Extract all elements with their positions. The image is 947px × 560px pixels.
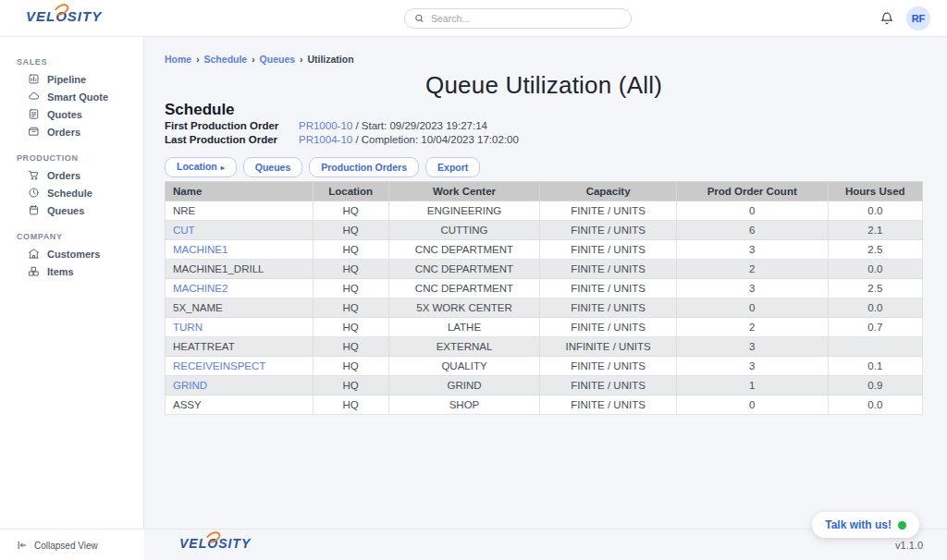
document-icon — [28, 108, 40, 120]
table-row: 5X_NAMEHQ5X WORK CENTERFINITE / UNITS00.… — [166, 298, 923, 318]
queue-link-receiveinspect[interactable]: RECEIVEINSPECT — [173, 360, 265, 371]
column-header-capacity: Capacity — [540, 182, 676, 201]
cell-location: HQ — [313, 337, 388, 357]
cell-name: CUT — [166, 221, 314, 240]
search-input[interactable] — [431, 13, 621, 24]
footer-logo-orbit-icon: O — [207, 536, 218, 551]
logo-text-vel: VEL — [26, 8, 55, 24]
sidebar-item-label: Quotes — [47, 109, 82, 120]
cell-location: HQ — [313, 376, 388, 396]
cell-capacity: FINITE / UNITS — [540, 396, 676, 415]
sidebar-item-smart-quote[interactable]: Smart Quote — [0, 88, 143, 105]
sidebar-item-orders[interactable]: Orders — [0, 166, 143, 184]
last-production-order-label: Last Production Order — [165, 133, 299, 147]
cell-location: HQ — [313, 221, 388, 240]
user-avatar[interactable]: RF — [906, 6, 930, 30]
table-header-row: NameLocationWork CenterCapacityProd Orde… — [166, 182, 923, 201]
sidebar-item-pipeline[interactable]: Pipeline — [0, 70, 143, 88]
table-row: HEATTREATHQEXTERNALINFINITE / UNITS3 — [166, 337, 923, 357]
column-header-work-center: Work Center — [388, 182, 540, 201]
sidebar-item-schedule[interactable]: Schedule — [0, 184, 143, 201]
table-row: NREHQENGINEERINGFINITE / UNITS00.0 — [166, 201, 923, 221]
cell-hours-used: 0.1 — [828, 357, 922, 376]
cell-capacity: FINITE / UNITS — [540, 357, 676, 376]
velosity-logo[interactable]: VELOSITY — [26, 8, 102, 24]
last-production-order-row: Last Production OrderPR1004-10 / Complet… — [165, 133, 923, 147]
production-orders-button[interactable]: Production Orders — [309, 157, 419, 177]
top-header: VELOSITY RF — [0, 0, 947, 37]
cell-prod-order-count: 3 — [676, 240, 828, 260]
box-icon — [28, 126, 40, 138]
breadcrumb-separator-icon: › — [300, 55, 302, 65]
page-title: Queue Utilization (All) — [165, 71, 923, 99]
sidebar-item-label: Queues — [47, 205, 84, 216]
collapse-sidebar-button[interactable]: Collapsed View — [0, 530, 144, 560]
first-production-order-link[interactable]: PR1000-10 — [299, 120, 352, 131]
table-row: GRINDHQGRINDFINITE / UNITS10.9 — [166, 376, 923, 396]
cell-hours-used: 0.7 — [828, 318, 922, 337]
sidebar-item-label: Customers — [47, 249, 100, 260]
cell-capacity: FINITE / UNITS — [540, 260, 676, 279]
cell-work-center: QUALITY — [388, 357, 540, 376]
export-button[interactable]: Export — [425, 157, 480, 177]
global-search[interactable] — [404, 8, 632, 29]
cell-work-center: CNC DEPARTMENT — [388, 279, 540, 298]
cell-hours-used: 0.0 — [828, 260, 922, 279]
table-toolbar: Location▸QueuesProduction OrdersExport — [165, 157, 923, 177]
column-header-location: Location — [313, 182, 388, 201]
cell-prod-order-count: 2 — [676, 260, 828, 279]
breadcrumb: Home›Schedule›Queues›Utilization — [165, 54, 923, 67]
sidebar-item-customers[interactable]: Customers — [0, 245, 143, 262]
logo-text-sity: SITY — [68, 8, 102, 24]
queue-link-machine2[interactable]: MACHINE2 — [173, 283, 228, 294]
sidebar-item-orders[interactable]: Orders — [0, 123, 143, 140]
cell-work-center: CUTTING — [388, 221, 540, 240]
sidebar-item-label: Orders — [47, 127, 80, 138]
cell-capacity: INFINITE / UNITS — [540, 337, 676, 357]
breadcrumb-link-home[interactable]: Home — [165, 54, 191, 65]
cell-location: HQ — [313, 279, 388, 298]
queue-link-turn[interactable]: TURN — [173, 322, 203, 333]
cell-capacity: FINITE / UNITS — [540, 318, 676, 337]
queue-link-cut[interactable]: CUT — [173, 225, 195, 236]
cell-hours-used: 0.0 — [828, 396, 922, 415]
table-row: TURNHQLATHEFINITE / UNITS20.7 — [166, 318, 923, 337]
breadcrumb-current: Utilization — [307, 54, 353, 65]
cell-location: HQ — [313, 260, 388, 279]
cell-capacity: FINITE / UNITS — [540, 221, 676, 240]
sidebar-item-label: Smart Quote — [47, 91, 108, 103]
last-production-order-link[interactable]: PR1004-10 — [299, 134, 352, 145]
sidebar-section: SALESPipelineSmart QuoteQuotesOrders — [0, 57, 143, 140]
cell-prod-order-count: 3 — [676, 357, 828, 376]
cell-prod-order-count: 0 — [676, 298, 828, 318]
cell-name: ASSY — [166, 396, 314, 415]
sidebar-item-queues[interactable]: Queues — [0, 201, 143, 219]
queue-link-machine1[interactable]: MACHINE1 — [173, 244, 228, 255]
notifications-bell-icon[interactable] — [879, 11, 894, 26]
sidebar-item-quotes[interactable]: Quotes — [0, 105, 143, 123]
cell-location: HQ — [313, 298, 388, 318]
breadcrumb-link-queues[interactable]: Queues — [260, 54, 296, 65]
breadcrumb-separator-icon: › — [196, 55, 199, 65]
queue-link-grind[interactable]: GRIND — [173, 380, 207, 391]
caret-right-icon: ▸ — [221, 164, 225, 172]
last-production-order-detail: / Completion: 10/04/2023 17:02:00 — [352, 134, 519, 145]
location-button[interactable]: Location▸ — [165, 157, 237, 177]
cell-work-center: CNC DEPARTMENT — [388, 240, 540, 260]
cell-capacity: FINITE / UNITS — [540, 240, 676, 260]
cell-work-center: LATHE — [388, 318, 540, 337]
sidebar-item-items[interactable]: Items — [0, 262, 143, 280]
sidebar-section: COMPANYCustomersItems — [0, 232, 143, 280]
chat-widget-button[interactable]: Talk with us! — [812, 512, 919, 538]
cell-prod-order-count: 3 — [676, 279, 828, 298]
queues-button[interactable]: Queues — [243, 157, 303, 177]
breadcrumb-link-schedule[interactable]: Schedule — [204, 54, 248, 65]
cell-hours-used: 0.0 — [828, 201, 922, 221]
cell-hours-used: 0.0 — [828, 298, 922, 318]
table-row: MACHINE1HQCNC DEPARTMENTFINITE / UNITS32… — [166, 240, 923, 260]
cell-prod-order-count: 1 — [676, 376, 828, 396]
cell-hours-used — [828, 337, 922, 357]
cell-prod-order-count: 6 — [676, 221, 828, 240]
app-version: v1.1.0 — [895, 540, 923, 551]
cell-capacity: FINITE / UNITS — [540, 298, 676, 318]
